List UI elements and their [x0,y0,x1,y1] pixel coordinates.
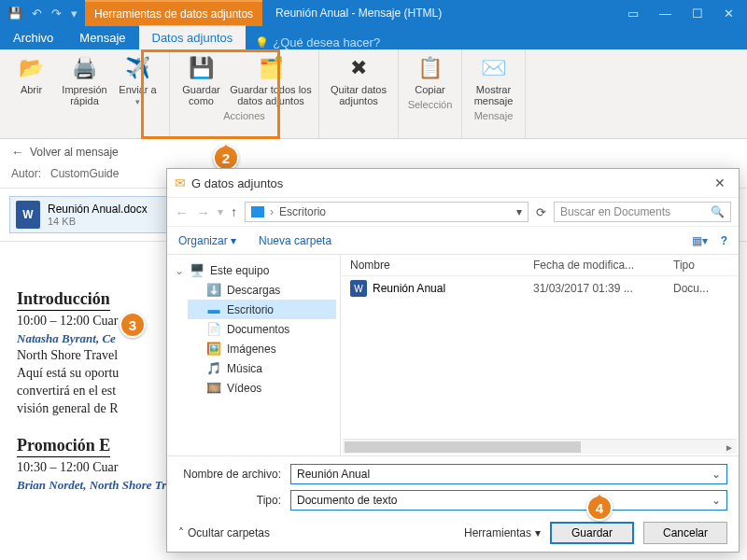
quick-print-label: Impresión rápida [59,84,110,106]
word-file-icon: W [16,201,40,229]
show-message-button[interactable]: ✉️Mostrar mensaje [468,52,519,108]
x-icon: ✖ [345,54,373,82]
nav-forward-icon[interactable]: → [196,204,210,220]
callout-2: 2 [213,145,239,171]
tree-videos[interactable]: 🎞️Vídeos [188,378,336,398]
organize-menu[interactable]: Organizar ▾ [178,234,236,247]
group-message-label: Mensaje [474,108,514,124]
dialog-title: G datos adjuntos [191,176,703,190]
contextual-tab-attachments: Herramientas de datos adjuntos [85,0,262,26]
open-button[interactable]: 📂Abrir [6,52,57,108]
filetype-label: Tipo: [178,494,290,507]
tell-me-label: ¿Qué desea hacer? [273,35,380,49]
section-heading-2: Promoción E [17,434,110,457]
save-all-icon: 🗂️ [257,54,285,82]
save-all-button[interactable]: 🗂️Guardar todos los datos adjuntos [229,52,313,108]
ribbon-options-icon[interactable]: ▭ [627,7,639,21]
filename-input[interactable]: Reunión Anual⌄ [290,464,727,484]
cancel-button[interactable]: Cancelar [643,522,727,544]
author-label: Autor: [11,167,41,180]
col-name[interactable]: Nombre [350,259,533,272]
view-options-icon[interactable]: ▦ ▾ [692,234,705,247]
save-icon: 💾 [188,54,216,82]
scroll-thumb[interactable] [345,441,581,453]
file-date: 31/03/2017 01:39 ... [533,282,673,295]
tab-file[interactable]: Archivo [0,26,66,49]
refresh-icon[interactable]: ⟳ [536,205,546,219]
file-name: Reunión Anual [373,282,533,295]
col-date[interactable]: Fecha de modifica... [533,259,673,272]
word-file-icon: W [350,280,367,297]
copy-label: Copiar [415,84,444,95]
file-row[interactable]: W Reunión Anual 31/03/2017 01:39 ... Doc… [341,276,739,301]
tree-images[interactable]: 🖼️Imágenes [188,339,336,358]
undo-icon[interactable]: ↶ [32,7,42,21]
chevron-down-icon[interactable]: ⌄ [712,494,721,507]
desktop-icon [251,206,264,217]
ribbon: 📂Abrir 🖨️Impresión rápida ✈️Enviar a▾ 💾G… [0,49,747,139]
dialog-close-button[interactable]: ✕ [709,175,731,190]
file-type: Docu... [673,282,729,295]
minimize-icon[interactable]: — [659,7,671,21]
close-icon[interactable]: ✕ [724,7,734,21]
filename-label: Nombre de archivo: [178,468,290,481]
folder-open-icon: 📂 [18,54,46,82]
redo-icon[interactable]: ↷ [51,7,62,21]
attachment-size: 14 KB [48,216,148,227]
send-to-button[interactable]: ✈️Enviar a▾ [112,52,163,108]
tree-music[interactable]: 🎵Música [188,358,336,378]
show-message-label: Mostrar mensaje [468,84,519,106]
dialog-envelope-icon: ✉ [175,175,186,190]
tree-this-pc[interactable]: ⌄🖥️Este equipo [171,260,336,280]
scroll-right-icon[interactable]: ► [722,440,737,455]
save-all-label: Guardar todos los datos adjuntos [229,84,313,106]
title-bar: 💾 ↶ ↷ ▾ Herramientas de datos adjuntos R… [0,0,747,26]
nav-back-icon[interactable]: ← [175,204,189,220]
back-to-message[interactable]: ← Volver al mensaje [0,139,747,165]
chevron-down-icon[interactable]: ⌄ [712,468,721,481]
hide-folders-toggle[interactable]: ˄Ocultar carpetas [178,526,270,539]
file-columns[interactable]: Nombre Fecha de modifica... Tipo [341,255,739,276]
save-button[interactable]: Guardar [550,522,634,544]
search-placeholder: Buscar en Documents [560,205,670,218]
tree-documents[interactable]: 📄Documentos [188,319,336,339]
save-qat-icon[interactable]: 💾 [7,7,22,21]
group-selection-label: Selección [408,97,453,113]
col-type[interactable]: Tipo [673,259,729,272]
attachment-name: Reunión Anual.docx [48,203,148,216]
back-arrow-icon: ← [11,145,24,160]
callout-3: 3 [120,312,146,338]
nav-up-icon[interactable]: ↑ [231,204,237,219]
chevron-up-icon: ˄ [178,526,184,539]
qat-dropdown-icon[interactable]: ▾ [71,7,78,21]
tab-message[interactable]: Mensaje [66,26,138,49]
back-label: Volver al mensaje [30,146,119,159]
remove-attachment-button[interactable]: ✖Quitar datos adjuntos [325,52,392,108]
group-actions-label: Acciones [223,108,265,124]
save-dialog: ✉ G datos adjuntos ✕ ← → ▾ ↑ › Escritori… [166,168,740,553]
tell-me[interactable]: 💡 ¿Qué desea hacer? [246,35,380,49]
bulb-icon: 💡 [255,36,269,49]
send-icon: ✈️ [124,54,152,82]
section-heading-1: Introducción [17,287,110,311]
copy-icon: 📋 [416,54,444,82]
address-bar[interactable]: › Escritorio ▾ [245,202,529,222]
save-as-label: Guardar como [176,84,227,106]
filetype-select[interactable]: Documento de texto⌄ [290,490,727,511]
tab-attachments[interactable]: Datos adjuntos [139,25,247,49]
search-icon: 🔍 [711,205,725,218]
save-as-button[interactable]: 💾Guardar como [176,52,227,108]
tree-desktop[interactable]: ▬Escritorio [188,300,336,319]
help-icon[interactable]: ? [721,234,727,247]
send-to-label: Enviar a [119,84,156,95]
tools-menu[interactable]: Herramientas▾ [464,526,541,539]
tree-downloads[interactable]: ⬇️Descargas [188,280,336,300]
maximize-icon[interactable]: ☐ [692,7,703,21]
copy-button[interactable]: 📋Copiar [404,52,456,97]
new-folder-button[interactable]: Nueva carpeta [259,234,331,247]
quick-print-button[interactable]: 🖨️Impresión rápida [59,52,110,108]
folder-tree: ⌄🖥️Este equipo ⬇️Descargas ▬Escritorio 📄… [167,255,341,455]
horizontal-scrollbar[interactable]: ◄ ► [343,439,737,454]
path-text: Escritorio [279,205,326,218]
search-input[interactable]: Buscar en Documents 🔍 [554,202,731,222]
